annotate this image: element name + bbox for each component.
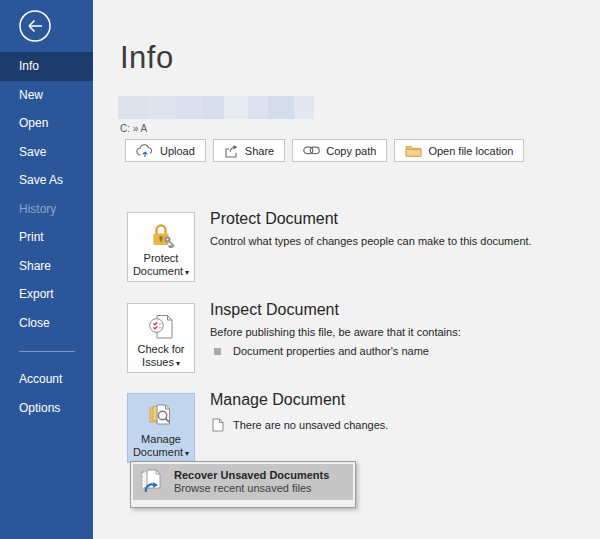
document-icon xyxy=(212,418,224,432)
sidebar-item-label: History xyxy=(19,202,56,216)
unsaved-changes-text: There are no unsaved changes. xyxy=(233,419,388,431)
sidebar-item-label: Open xyxy=(19,116,48,130)
inspect-document-description: Before publishing this file, be aware th… xyxy=(210,326,600,338)
back-button[interactable] xyxy=(18,9,52,43)
link-icon xyxy=(303,146,320,155)
share-label: Share xyxy=(245,145,274,157)
word-backstage-info-view: Info New Open Save Save As History Print… xyxy=(0,0,600,539)
sidebar-item-share[interactable]: Share xyxy=(0,252,93,281)
square-bullet-icon xyxy=(214,348,221,355)
button-label-line2: Document xyxy=(133,446,183,458)
button-label-line1: Check for xyxy=(137,343,184,356)
protect-document-heading: Protect Document xyxy=(210,210,600,228)
sidebar-item-account[interactable]: Account xyxy=(0,365,93,394)
sidebar-item-save-as[interactable]: Save As xyxy=(0,166,93,195)
open-file-location-button[interactable]: Open file location xyxy=(394,139,524,162)
info-pane: Info C: » A Upload xyxy=(93,0,600,539)
upload-label: Upload xyxy=(160,145,195,157)
unsaved-changes-row: There are no unsaved changes. xyxy=(212,418,600,432)
sidebar-divider xyxy=(19,351,75,352)
sidebar-item-label: Info xyxy=(19,59,39,73)
button-label-line1: Manage xyxy=(141,433,181,446)
manage-document-button[interactable]: Manage Document▾ xyxy=(127,393,195,463)
button-label-line1: Protect xyxy=(144,252,179,265)
sidebar-item-label: Save xyxy=(19,145,46,159)
copy-path-button[interactable]: Copy path xyxy=(292,139,387,162)
sidebar-item-new[interactable]: New xyxy=(0,81,93,110)
recover-unsaved-documents-subtitle: Browse recent unsaved files xyxy=(174,482,329,495)
page-title: Info xyxy=(120,40,174,76)
recover-documents-icon xyxy=(139,468,166,496)
protect-document-description: Control what types of changes people can… xyxy=(210,235,600,247)
recover-unsaved-documents-item[interactable]: Recover Unsaved Documents Browse recent … xyxy=(133,464,353,500)
sidebar-item-label: Print xyxy=(19,230,44,244)
button-label-line2: Issues xyxy=(142,356,174,368)
inspect-document-heading: Inspect Document xyxy=(210,301,600,319)
manage-document-dropdown: Recover Unsaved Documents Browse recent … xyxy=(130,461,356,508)
share-icon xyxy=(224,144,239,158)
sidebar-item-close[interactable]: Close xyxy=(0,309,93,338)
check-for-issues-button[interactable]: Check for Issues▾ xyxy=(127,303,195,373)
sidebar-item-label: Account xyxy=(19,372,62,386)
folder-icon xyxy=(405,144,422,157)
recover-unsaved-documents-title: Recover Unsaved Documents xyxy=(174,469,329,482)
sidebar-item-label: Options xyxy=(19,401,60,415)
sidebar-item-label: Export xyxy=(19,287,54,301)
share-button[interactable]: Share xyxy=(213,139,285,162)
sidebar-item-label: Share xyxy=(19,259,51,273)
protect-document-button[interactable]: Protect Document▾ xyxy=(127,212,195,282)
document-path: C: » A xyxy=(120,123,147,134)
upload-button[interactable]: Upload xyxy=(125,139,206,162)
redacted-document-title xyxy=(118,96,314,119)
backstage-sidebar: Info New Open Save Save As History Print… xyxy=(0,0,93,539)
dropdown-caret-icon: ▾ xyxy=(185,268,189,277)
open-file-location-label: Open file location xyxy=(428,145,513,157)
lock-key-icon xyxy=(146,220,176,252)
manage-document-icon xyxy=(146,401,176,433)
button-label-line2: Document xyxy=(133,265,183,277)
copy-path-label: Copy path xyxy=(326,145,376,157)
sidebar-item-info[interactable]: Info xyxy=(0,52,93,81)
sidebar-item-label: Close xyxy=(19,316,50,330)
sidebar-item-save[interactable]: Save xyxy=(0,138,93,167)
sidebar-item-history: History xyxy=(0,195,93,224)
sidebar-item-open[interactable]: Open xyxy=(0,109,93,138)
inspect-document-icon xyxy=(146,311,176,343)
inspect-bullet-text: Document properties and author's name xyxy=(233,345,429,357)
sidebar-item-print[interactable]: Print xyxy=(0,223,93,252)
sidebar-item-options[interactable]: Options xyxy=(0,394,93,423)
manage-document-heading: Manage Document xyxy=(210,391,600,409)
document-toolbar: Upload Share xyxy=(125,139,524,162)
dropdown-caret-icon: ▾ xyxy=(176,359,180,368)
upload-cloud-icon xyxy=(136,144,154,158)
back-arrow-icon xyxy=(18,9,52,43)
sidebar-item-label: Save As xyxy=(19,173,63,187)
sidebar-item-label: New xyxy=(19,88,43,102)
inspect-bullet-row: Document properties and author's name xyxy=(214,345,600,357)
sidebar-nav: Info New Open Save Save As History Print… xyxy=(0,52,93,422)
sidebar-item-export[interactable]: Export xyxy=(0,280,93,309)
dropdown-caret-icon: ▾ xyxy=(185,449,189,458)
